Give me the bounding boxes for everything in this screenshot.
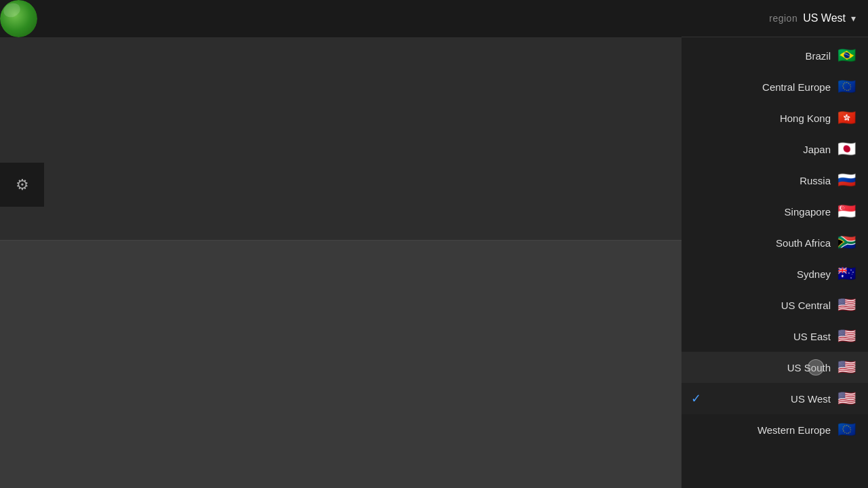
- region-item-us-west[interactable]: ✓US West🇺🇸: [682, 383, 868, 414]
- region-name: Brazil: [805, 50, 831, 62]
- region-flag-us-west: 🇺🇸: [837, 391, 856, 406]
- region-flag-hong-kong: 🇭🇰: [837, 110, 856, 125]
- content-area: [0, 37, 682, 488]
- region-current-value: US West: [803, 12, 846, 24]
- region-item-us-east[interactable]: US East🇺🇸: [682, 321, 868, 352]
- content-upper: [0, 37, 682, 241]
- region-name: US South: [787, 362, 831, 373]
- region-item-south-africa[interactable]: South Africa🇿🇦: [682, 227, 868, 258]
- region-list: Brazil🇧🇷Central Europe🇪🇺Hong Kong🇭🇰Japan…: [682, 37, 868, 488]
- region-flag-japan: 🇯🇵: [837, 142, 856, 157]
- region-item-us-south[interactable]: US South🇺🇸: [682, 352, 868, 383]
- region-item-singapore[interactable]: Singapore🇸🇬: [682, 196, 868, 227]
- avatar-image: [0, 0, 37, 37]
- region-name: South Africa: [776, 237, 831, 249]
- region-flag-russia: 🇷🇺: [837, 173, 856, 188]
- region-flag-singapore: 🇸🇬: [837, 204, 856, 219]
- gear-icon: ⚙: [16, 176, 29, 194]
- content-lower: [0, 241, 682, 488]
- region-item-brazil[interactable]: Brazil🇧🇷: [682, 40, 868, 71]
- region-name: US East: [793, 331, 831, 342]
- top-bar: [0, 0, 682, 37]
- region-name: Sydney: [797, 268, 831, 280]
- region-item-russia[interactable]: Russia🇷🇺: [682, 165, 868, 196]
- region-name: US Central: [781, 300, 831, 311]
- region-name: US West: [791, 393, 831, 405]
- region-name: Russia: [800, 175, 831, 186]
- region-flag-us-east: 🇺🇸: [837, 329, 856, 344]
- region-item-us-central[interactable]: US Central🇺🇸: [682, 289, 868, 321]
- region-flag-south-africa: 🇿🇦: [837, 235, 856, 250]
- region-item-japan[interactable]: Japan🇯🇵: [682, 134, 868, 165]
- region-item-hong-kong[interactable]: Hong Kong🇭🇰: [682, 102, 868, 134]
- region-name: Central Europe: [762, 81, 831, 93]
- region-flag-us-central: 🇺🇸: [837, 298, 856, 312]
- region-item-sydney[interactable]: Sydney🇦🇺: [682, 258, 868, 289]
- checkmark-icon: ✓: [691, 391, 701, 406]
- region-name: Hong Kong: [780, 113, 831, 124]
- region-flag-sydney: 🇦🇺: [837, 266, 856, 281]
- chevron-down-icon: ▾: [851, 13, 856, 24]
- region-name: Japan: [803, 144, 831, 155]
- avatar: [0, 0, 37, 37]
- region-panel: region US West ▾ Brazil🇧🇷Central Europe🇪…: [682, 0, 868, 488]
- region-name: Western Europe: [757, 424, 831, 436]
- region-name: Singapore: [785, 206, 831, 218]
- region-header[interactable]: region US West ▾: [682, 0, 868, 37]
- main-area: ⚙: [0, 0, 682, 488]
- region-flag-us-south: 🇺🇸: [837, 360, 856, 375]
- region-flag-brazil: 🇧🇷: [837, 48, 856, 63]
- region-label: region: [769, 13, 797, 24]
- region-flag-central-europe: 🇪🇺: [837, 79, 856, 94]
- region-item-central-europe[interactable]: Central Europe🇪🇺: [682, 71, 868, 102]
- region-flag-western-europe: 🇪🇺: [837, 422, 856, 437]
- settings-button[interactable]: ⚙: [0, 163, 44, 207]
- region-item-western-europe[interactable]: Western Europe🇪🇺: [682, 414, 868, 445]
